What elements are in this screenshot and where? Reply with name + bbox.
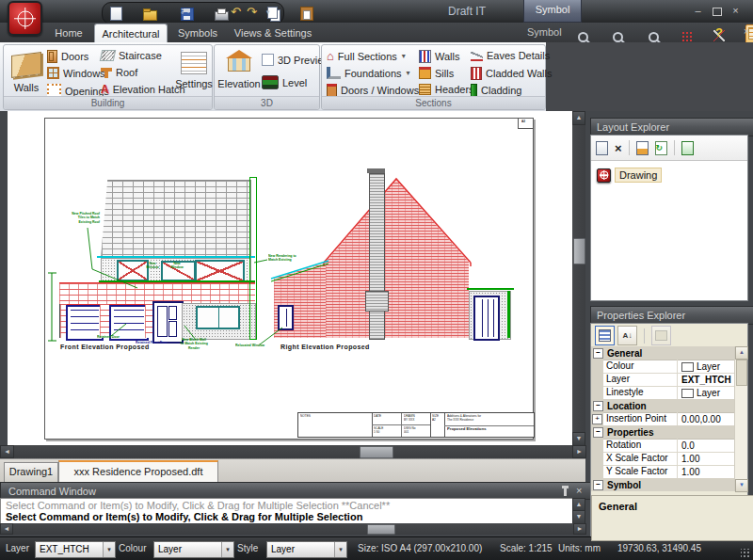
qat-more-icon[interactable]: ▾: [266, 8, 270, 16]
grid-icon[interactable]: [681, 31, 692, 41]
combo-arrow-icon: ▾: [103, 542, 115, 557]
layout-item-drawing[interactable]: Drawing: [597, 168, 747, 183]
refresh-layout-icon[interactable]: [655, 141, 667, 155]
eaves-details-button[interactable]: Eaves Details: [471, 50, 550, 61]
collapse-icon[interactable]: −: [593, 427, 603, 438]
export-layout-icon[interactable]: [636, 141, 649, 155]
section-walls-button[interactable]: Walls: [419, 50, 459, 63]
undo-icon[interactable]: ↶: [231, 6, 241, 18]
property-row-linestyle[interactable]: LinestyleLayer: [591, 386, 735, 400]
doc-tab-residence[interactable]: xxx Residence Proposed.dft: [58, 460, 218, 484]
scroll-down-button[interactable]: ▼: [572, 510, 585, 524]
new-layout-icon[interactable]: [596, 141, 608, 155]
command-hscrollbar[interactable]: ◄ ►: [0, 523, 585, 535]
elevation-button[interactable]: Elevation: [216, 46, 262, 95]
windows-button[interactable]: Windows: [47, 67, 105, 79]
drawing-canvas[interactable]: A2: [8, 111, 572, 445]
vscroll-thumb[interactable]: [573, 238, 585, 264]
tab-views-settings[interactable]: Views & Settings: [230, 24, 316, 42]
tab-symbols[interactable]: Symbols: [171, 24, 224, 42]
property-row-layer[interactable]: LayerEXT_HTCH: [591, 373, 735, 387]
walls-button[interactable]: Walls: [7, 48, 46, 95]
property-row-rotation[interactable]: Rotation0.0: [591, 439, 735, 453]
staircase-icon: [100, 50, 117, 61]
minimize-button[interactable]: –: [690, 5, 706, 18]
tab-home[interactable]: Home: [45, 24, 92, 42]
tab-architectural[interactable]: Architectural: [94, 24, 168, 43]
property-row-insertion-point[interactable]: +Insertion Point0.00,0.00: [591, 412, 735, 426]
ribbon-close-icon[interactable]: ×: [744, 26, 749, 37]
category-properties[interactable]: −Properties: [591, 425, 735, 440]
categorized-icon: [599, 329, 611, 342]
scroll-down-button[interactable]: ▼: [572, 432, 585, 446]
settings-label: Settings: [175, 78, 213, 89]
toolbar-separator: [629, 140, 630, 155]
property-row-xscale[interactable]: X Scale Factor1.00: [591, 452, 735, 466]
pin-icon[interactable]: [564, 488, 567, 496]
settings-button[interactable]: Settings: [177, 47, 211, 94]
foundations-button[interactable]: Foundations▾: [327, 67, 410, 79]
roof-icon: [101, 68, 112, 78]
property-row-colour[interactable]: ColourLayer: [591, 360, 735, 374]
style-combo[interactable]: Layer▾: [266, 541, 347, 558]
alphabetical-sort-button[interactable]: A↓: [617, 326, 637, 345]
layer-combo[interactable]: EXT_HTCH▾: [35, 541, 116, 558]
delete-layout-icon[interactable]: ×: [615, 142, 622, 154]
colour-combo[interactable]: Layer▾: [153, 541, 234, 558]
help-icon[interactable]: ?: [715, 25, 723, 40]
category-location[interactable]: −Location: [591, 399, 735, 413]
property-grid-scrollbar[interactable]: ▲ ▼: [734, 346, 747, 491]
roof-button[interactable]: Roof: [101, 67, 137, 78]
full-sections-button[interactable]: ⌂Full Sections▾: [327, 50, 406, 62]
cut-icon[interactable]: ✂: [181, 6, 190, 17]
expand-icon[interactable]: +: [592, 414, 602, 424]
open-folder-icon[interactable]: [143, 10, 157, 21]
elevation-hatch-button[interactable]: AElevation Hatch: [101, 84, 185, 95]
scroll-thumb[interactable]: [736, 360, 747, 386]
scroll-right-button[interactable]: ►: [572, 445, 586, 458]
print-icon[interactable]: [215, 11, 229, 21]
scroll-down-button[interactable]: ▼: [735, 479, 748, 492]
command-window-body[interactable]: Select Command or Item(s) to Modify, Cli…: [0, 498, 573, 525]
headers-button[interactable]: Headers: [419, 84, 474, 95]
collapse-icon[interactable]: −: [593, 348, 603, 359]
canvas-hscrollbar[interactable]: ◄ ►: [0, 445, 585, 458]
app-logo[interactable]: [8, 1, 42, 36]
cladding-button[interactable]: Cladding: [471, 84, 521, 97]
hscroll-thumb[interactable]: [367, 524, 395, 535]
scroll-right-button[interactable]: ►: [573, 523, 586, 535]
annotation-block-wall: New Block Wall To Match Existing Render: [177, 338, 211, 350]
category-general[interactable]: −General: [591, 346, 735, 360]
collapse-icon[interactable]: −: [593, 401, 603, 411]
elevation-hatch-icon: A: [101, 84, 109, 95]
close-button[interactable]: ×: [728, 5, 744, 18]
doc-tab-drawing1[interactable]: Drawing1: [4, 462, 58, 483]
scroll-up-button[interactable]: ▲: [735, 346, 748, 360]
paste-icon[interactable]: [300, 7, 313, 21]
doors-button[interactable]: Doors: [47, 50, 88, 63]
import-layout-icon[interactable]: [681, 141, 694, 155]
category-symbol[interactable]: −Symbol: [591, 478, 735, 491]
new-document-icon[interactable]: [110, 7, 122, 21]
resize-grip[interactable]: [741, 549, 750, 558]
staircase-button[interactable]: Staircase: [101, 50, 162, 61]
redo-icon[interactable]: ↷: [247, 6, 257, 18]
cladded-walls-button[interactable]: Cladded Walls: [471, 67, 553, 80]
zoom-in-icon[interactable]: [578, 32, 588, 42]
level-button[interactable]: Level: [262, 75, 307, 89]
scroll-left-button[interactable]: ◄: [0, 523, 13, 535]
command-vscrollbar[interactable]: ▲ ▼: [572, 498, 585, 523]
doors-windows-button[interactable]: Doors / Windows▾: [327, 84, 427, 97]
categorized-view-button[interactable]: [595, 326, 615, 345]
zoom-out-icon[interactable]: [613, 32, 623, 42]
scroll-up-button[interactable]: ▲: [572, 111, 585, 125]
pan-icon[interactable]: [649, 32, 659, 42]
property-row-yscale[interactable]: Y Scale Factor1.00: [591, 465, 735, 479]
maximize-button[interactable]: [709, 5, 725, 18]
collapse-icon[interactable]: −: [593, 480, 603, 490]
hscroll-thumb[interactable]: [360, 446, 393, 458]
sills-button[interactable]: Sills: [419, 67, 454, 79]
canvas-vscrollbar[interactable]: ▲ ▼: [572, 111, 585, 445]
command-window-close-icon[interactable]: ×: [576, 486, 582, 496]
scroll-left-button[interactable]: ◄: [0, 445, 14, 458]
